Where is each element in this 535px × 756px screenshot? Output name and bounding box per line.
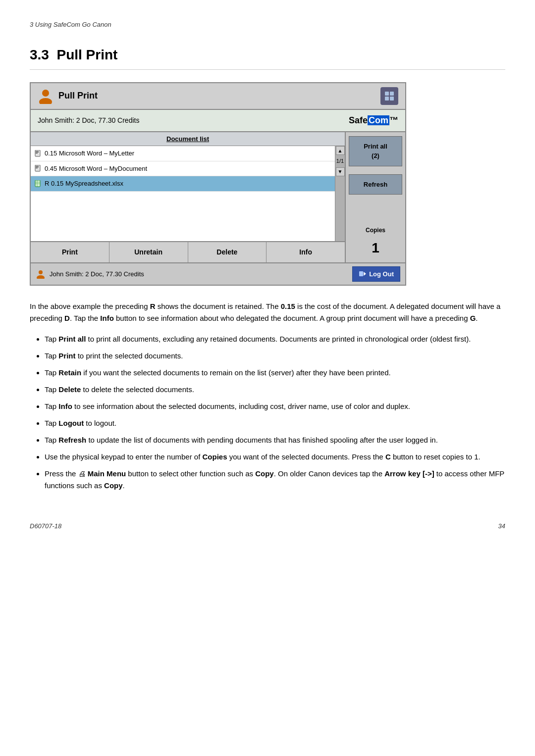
list-item: Tap Refresh to update the list of docume… — [45, 434, 505, 446]
svg-rect-14 — [35, 180, 40, 187]
svg-rect-5 — [390, 97, 394, 101]
ui-main-menu-button[interactable] — [380, 87, 398, 105]
action-buttons-row: Print Unretain Delete Info — [31, 241, 345, 262]
scroll-page-indicator: 1/1 — [336, 157, 344, 165]
svg-point-0 — [42, 90, 49, 97]
ui-footer: John Smith: 2 Doc, 77.30 Credits Log Out — [31, 262, 405, 285]
svg-point-1 — [39, 98, 52, 104]
svg-rect-4 — [385, 97, 389, 101]
body-paragraph: In the above example the preceding R sho… — [30, 301, 505, 324]
svg-rect-9 — [36, 153, 38, 153]
safecom-logo: SafeCom™ — [349, 114, 398, 127]
doc-id: D60707-18 — [30, 521, 61, 531]
list-item[interactable]: 0.45 Microsoft Word – MyDocument — [31, 161, 335, 177]
refresh-button[interactable]: Refresh — [349, 174, 402, 195]
list-item[interactable]: 0.15 Microsoft Word – MyLetter — [31, 146, 335, 161]
list-item: Tap Logout to logout. — [45, 417, 505, 429]
section-title: 3.3 Pull Print — [30, 45, 505, 70]
word-doc-icon — [35, 150, 42, 157]
list-item[interactable]: R 0.15 MySpreadsheet.xlsx — [31, 176, 335, 192]
copies-label: Copies — [366, 226, 385, 235]
print-button[interactable]: Print — [31, 242, 109, 262]
ui-titlebar: Pull Print — [31, 83, 405, 110]
svg-marker-21 — [364, 272, 366, 276]
footer-user-icon — [36, 269, 46, 279]
logout-icon — [359, 270, 367, 278]
list-item: Tap Retain if you want the selected docu… — [45, 367, 505, 379]
logout-button[interactable]: Log Out — [352, 266, 400, 282]
document-list[interactable]: 0.15 Microsoft Word – MyLetter 0.45 Micr… — [31, 146, 335, 241]
spreadsheet-icon — [35, 180, 42, 187]
list-item: Tap Print to print the selected document… — [45, 350, 505, 362]
list-item: Tap Delete to delete the selected docume… — [45, 384, 505, 396]
svg-rect-11 — [36, 166, 39, 166]
bullet-list: Tap Print all to print all documents, ex… — [30, 333, 505, 492]
word-doc-icon — [35, 165, 42, 172]
scroll-down-button[interactable]: ▼ — [336, 167, 345, 176]
ui-status-text: John Smith: 2 Doc, 77.30 Credits — [38, 115, 139, 126]
svg-rect-2 — [385, 92, 389, 96]
document-list-header: Document list — [31, 132, 345, 147]
list-item: Press the 🖨 Main Menu button to select o… — [45, 468, 505, 492]
scroll-up-button[interactable]: ▲ — [336, 146, 345, 155]
info-button[interactable]: Info — [267, 242, 345, 262]
list-item: Tap Info to see information about the se… — [45, 401, 505, 412]
svg-rect-12 — [36, 167, 39, 167]
breadcrumb: 3 Using SafeCom Go Canon — [30, 20, 505, 30]
document-list-scrollbar[interactable]: ▲ 1/1 ▼ — [335, 146, 345, 241]
right-panel: Print all (2) Refresh Copies 1 — [346, 132, 405, 262]
pull-print-ui-mockup: Pull Print John Smith: 2 Doc, 77.30 Cred… — [30, 82, 406, 286]
ui-statusbar: John Smith: 2 Doc, 77.30 Credits SafeCom… — [31, 110, 405, 132]
svg-rect-3 — [390, 92, 394, 96]
ui-title-text: Pull Print — [58, 89, 98, 102]
svg-rect-7 — [36, 151, 39, 151]
pull-print-icon — [38, 88, 54, 104]
page-footer: D60707-18 34 — [30, 521, 505, 531]
svg-rect-8 — [36, 152, 39, 152]
svg-rect-20 — [359, 271, 363, 276]
delete-button[interactable]: Delete — [188, 242, 267, 262]
copies-value: 1 — [372, 238, 379, 258]
page-number: 34 — [498, 521, 505, 531]
unretain-button[interactable]: Unretain — [109, 242, 188, 262]
svg-point-19 — [37, 275, 45, 279]
footer-status-text: John Smith: 2 Doc, 77.30 Credits — [50, 269, 144, 279]
list-item: Tap Print all to print all documents, ex… — [45, 333, 505, 345]
svg-point-18 — [39, 270, 43, 274]
svg-rect-13 — [36, 168, 38, 168]
print-all-button[interactable]: Print all (2) — [349, 136, 402, 166]
list-item: Use the physical keypad to enter the num… — [45, 451, 505, 463]
